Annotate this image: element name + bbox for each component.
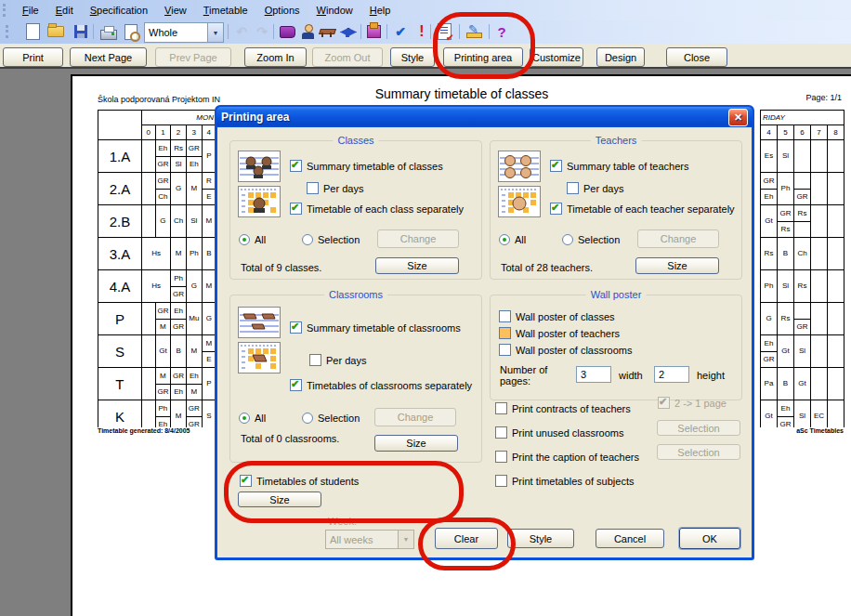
customize-button[interactable]: Customize [530, 47, 583, 67]
wall-poster-of-teachers-checkbox[interactable]: Wall poster of teachers [499, 327, 620, 339]
menu-file[interactable]: File [14, 2, 47, 19]
print-caption-of-teachers-checkbox[interactable]: Print the caption of teachers [495, 451, 639, 463]
checkbox-box [309, 354, 321, 366]
subjects-book-icon[interactable] [278, 22, 296, 41]
classrooms-size-button[interactable]: Size [374, 435, 458, 452]
menu-view[interactable]: View [156, 2, 195, 19]
class-row-label: P [98, 303, 142, 335]
radio-label: All [255, 413, 266, 424]
menu-specification[interactable]: Specification [82, 2, 156, 19]
timetable-cell [811, 173, 828, 205]
class-row-label: T [98, 368, 142, 400]
summary-timetable-of-classes-checkbox[interactable]: Summary timetable of classes [290, 160, 443, 172]
test-check-icon[interactable]: ✔ [391, 22, 410, 41]
wall-poster-of-classes-checkbox[interactable]: Wall poster of classes [499, 310, 615, 322]
toolbar-grip[interactable] [3, 4, 8, 17]
week-label: Week: [328, 516, 357, 527]
poster-height-input[interactable] [654, 366, 689, 383]
ok-button[interactable]: OK [679, 528, 740, 549]
timetable-of-each-teacher-checkbox[interactable]: Timetable of each teacher separately [550, 203, 735, 215]
period-header: 3 [186, 125, 202, 140]
period-header: 0 [141, 125, 155, 140]
timetable-cell: GRCh [155, 173, 171, 205]
close-icon[interactable]: ✕ [728, 109, 748, 126]
generator-icon[interactable] [364, 22, 383, 41]
students-size-button[interactable]: Size [238, 491, 321, 507]
classes-selection-radio[interactable]: Selection [302, 234, 360, 245]
summary-table-of-teachers-checkbox[interactable]: Summary table of teachers [550, 160, 688, 172]
style-button-dialog[interactable]: Style [507, 529, 574, 548]
checkbox-box [290, 203, 302, 215]
classes-cap-icon[interactable] [338, 22, 357, 41]
exclamation-icon[interactable]: ! [412, 22, 431, 41]
timetables-of-classrooms-checkbox[interactable]: Timetables of classrooms separately [290, 379, 472, 391]
menu-help[interactable]: Help [361, 2, 399, 19]
teachers-size-button[interactable]: Size [635, 257, 719, 274]
help-icon[interactable]: ? [492, 22, 511, 41]
zoom-in-button[interactable]: Zoom In [244, 47, 307, 67]
timetable-cell: PhEh [155, 400, 171, 428]
classrooms-icon[interactable] [318, 22, 336, 41]
wall-poster-of-classrooms-checkbox[interactable]: Wall poster of classrooms [499, 344, 633, 356]
timetable-cell: PhGR [171, 270, 187, 303]
timetables-of-students-checkbox[interactable]: Timetables of students [240, 475, 359, 487]
menu-window[interactable]: Window [308, 2, 361, 19]
menu-edit[interactable]: Edit [47, 2, 82, 19]
timetable-cell: Sl [778, 270, 794, 303]
classrooms-all-radio[interactable]: All [239, 413, 266, 424]
teachers-selection-radio[interactable]: Selection [562, 234, 620, 245]
menu-options[interactable]: Options [256, 2, 308, 19]
checkbox-box [658, 397, 670, 409]
next-page-button[interactable]: Next Page [70, 47, 147, 67]
menu-timetable[interactable]: Timetable [195, 2, 256, 19]
week-select: All weeks ▼ [325, 530, 414, 549]
design-icon[interactable] [465, 22, 483, 41]
radio-label: Selection [318, 234, 360, 245]
clear-button[interactable]: Clear [435, 528, 498, 549]
teachers-icon[interactable] [298, 22, 317, 41]
timetable-of-each-class-checkbox[interactable]: Timetable of each class separately [290, 203, 464, 215]
print-preview-icon[interactable] [122, 22, 140, 41]
style-button[interactable]: Style [390, 47, 435, 67]
new-icon[interactable] [23, 22, 42, 41]
timetable-cell: Mu [186, 303, 202, 335]
print-icon[interactable] [99, 22, 118, 41]
classes-all-radio[interactable]: All [239, 234, 266, 245]
timetable-cell [828, 270, 844, 303]
radio-label: All [515, 234, 526, 245]
classrooms-summary-icon [238, 307, 281, 338]
radio-label: All [255, 234, 266, 245]
design-button[interactable]: Design [596, 47, 645, 67]
timetable-cell [141, 173, 155, 205]
summary-timetable-of-classrooms-checkbox[interactable]: Summary timetable of classrooms [290, 321, 461, 334]
class-row-label: 2.A [98, 173, 142, 205]
week-select-value: All weeks [326, 534, 398, 545]
timetable-cell: GRGR [186, 400, 202, 428]
timetable-cell: M [171, 238, 187, 270]
print-contracts-checkbox[interactable]: Print contracts of teachers [495, 402, 631, 414]
print-timetables-of-subjects-checkbox[interactable]: Print timetables of subjects [495, 475, 634, 487]
classes-size-button[interactable]: Size [375, 257, 459, 274]
classes-per-days-checkbox[interactable]: Per days [307, 182, 363, 194]
teachers-all-radio[interactable]: All [499, 234, 526, 245]
cancel-button[interactable]: Cancel [596, 529, 664, 548]
print-button[interactable]: Print [3, 47, 63, 67]
print-unused-classrooms-checkbox[interactable]: Print unused classrooms [495, 426, 623, 439]
open-icon[interactable] [46, 22, 65, 41]
timetable-cell: Sl [186, 205, 202, 238]
timetable-cell: EhGR [171, 303, 187, 335]
timetable-cell [141, 205, 155, 238]
teachers-per-days-checkbox[interactable]: Per days [567, 182, 623, 194]
checkbox-box [495, 402, 507, 414]
close-button[interactable]: Close [666, 47, 727, 67]
report-icon[interactable] [435, 22, 453, 41]
classrooms-per-days-checkbox[interactable]: Per days [309, 354, 366, 366]
dialog-title-bar[interactable]: Printing area ✕ [216, 107, 753, 127]
poster-width-input[interactable] [576, 366, 611, 383]
toolbar-grip[interactable] [6, 25, 11, 38]
zoom-select[interactable]: Whole ▼ [144, 22, 224, 43]
chevron-down-icon[interactable]: ▼ [207, 23, 223, 42]
save-icon[interactable] [72, 22, 90, 41]
printing-area-button[interactable]: Printing area [443, 47, 523, 67]
classrooms-selection-radio[interactable]: Selection [302, 413, 360, 424]
